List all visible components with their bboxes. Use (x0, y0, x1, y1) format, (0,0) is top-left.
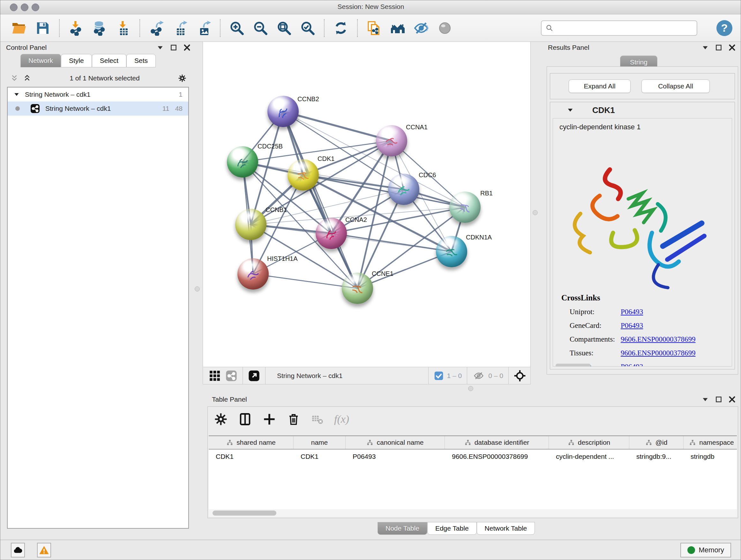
tab-network[interactable]: Network (20, 54, 61, 67)
network-node-cdk1[interactable] (287, 159, 319, 191)
show-columns-icon[interactable] (239, 413, 252, 426)
glass-ball-view-button[interactable] (435, 19, 454, 37)
tab-edge-table[interactable]: Edge Table (427, 522, 477, 535)
entry-collapse-icon[interactable] (567, 107, 574, 114)
control-panel-float-icon[interactable] (170, 44, 178, 52)
table-cell[interactable]: P06493 (346, 449, 445, 463)
crosslink-link[interactable]: P06493 (621, 363, 643, 367)
network-share-view-icon[interactable] (225, 370, 238, 382)
table-cell[interactable]: stringdb (684, 449, 737, 463)
import-table-button[interactable] (114, 19, 132, 37)
column-header-databaseidentifier[interactable]: database identifier (445, 436, 549, 449)
table-cell[interactable]: stringdb:9... (629, 449, 684, 463)
table-cell[interactable]: 9606.ENSP00000378699 (445, 449, 549, 463)
delete-column-trash-icon[interactable] (287, 413, 300, 426)
export-network-button[interactable] (147, 19, 165, 37)
tab-select[interactable]: Select (92, 54, 126, 67)
control-panel-title: Control Panel (6, 44, 47, 51)
network-node-cdc25b[interactable] (227, 146, 258, 178)
network-node-ccne1[interactable] (342, 273, 373, 304)
column-header-id[interactable]: @id (629, 436, 684, 449)
network-node-cdc6[interactable] (388, 174, 419, 205)
memory-button[interactable]: Memory (680, 543, 731, 557)
collapse-all-networks-icon[interactable] (10, 74, 18, 82)
results-panel-close-icon[interactable] (728, 44, 736, 52)
crosslink-link[interactable]: P06493 (621, 308, 643, 316)
network-options-gear-icon[interactable] (178, 74, 186, 82)
import-network-button[interactable] (67, 19, 85, 37)
network-collection-row[interactable]: String Network – cdk1 1 (8, 87, 188, 102)
network-node-cdkn1a[interactable] (436, 236, 467, 267)
table-settings-gear-icon[interactable] (214, 413, 227, 426)
column-header-namespace[interactable]: namespace (684, 436, 737, 449)
right-splitter-handle[interactable] (533, 210, 538, 215)
export-table-button[interactable] (171, 19, 189, 37)
crosslink-link[interactable]: 9606.ENSP00000378699 (621, 349, 696, 357)
warnings-button[interactable] (37, 543, 51, 557)
cytoscape-window: Session: New Session ? Control Panel Net… (0, 0, 741, 560)
column-header-sharedname[interactable]: shared name (209, 436, 293, 449)
zoom-in-button[interactable] (227, 19, 246, 37)
automation-cloud-button[interactable] (11, 543, 25, 557)
table-panel-close-icon[interactable] (728, 395, 736, 403)
tab-sets[interactable]: Sets (126, 54, 156, 67)
results-scrollbar-thumb[interactable] (556, 364, 591, 367)
table-cell[interactable]: cyclin-dependent ... (549, 449, 629, 463)
table-cell[interactable]: CDK1 (209, 449, 293, 463)
collection-expand-icon[interactable] (13, 91, 20, 98)
left-splitter-handle[interactable] (195, 287, 200, 292)
table-cell[interactable]: CDK1 (293, 449, 346, 463)
crosslink-link[interactable]: P06493 (621, 321, 643, 330)
refresh-layout-button[interactable] (332, 19, 350, 37)
network-node-rb1[interactable] (449, 192, 481, 223)
search-box[interactable] (541, 20, 697, 36)
expand-all-button[interactable]: Expand All (569, 79, 630, 93)
grid-view-icon[interactable] (209, 370, 221, 382)
fit-content-crosshair-icon[interactable] (514, 370, 526, 382)
selected-checkbox-icon[interactable] (434, 371, 444, 381)
collapse-all-button[interactable]: Collapse All (642, 79, 710, 93)
network-row-selected[interactable]: String Network – cdk1 11 48 (8, 102, 188, 116)
string-import-button[interactable] (365, 19, 383, 37)
result-entry-header[interactable]: CDK1 (550, 102, 735, 118)
network-node-hist1h1a[interactable] (238, 258, 269, 290)
network-node-ccnb2[interactable] (267, 96, 299, 127)
toolbar-separator (220, 19, 220, 37)
save-session-button[interactable] (33, 19, 52, 37)
crosslink-link[interactable]: 9606.ENSP00000378699 (621, 335, 696, 344)
hide-glass-labels-button[interactable] (412, 19, 430, 37)
control-panel-close-icon[interactable] (183, 44, 191, 52)
network-node-ccna2[interactable] (316, 218, 347, 249)
column-header-name[interactable]: name (293, 436, 346, 449)
search-input[interactable] (557, 22, 697, 35)
import-database-button[interactable] (90, 19, 109, 37)
network-view-canvas[interactable]: CCNB2 CCNA1 CDC25B CDK1 CDC6 RB1CCNB1 CC… (203, 42, 531, 367)
bottom-splitter-handle[interactable] (468, 386, 473, 391)
network-node-ccna1[interactable] (376, 125, 407, 157)
help-button[interactable]: ? (717, 20, 732, 36)
string-home-button[interactable] (388, 19, 407, 37)
column-header-description[interactable]: description (549, 436, 629, 449)
table-panel-menu-icon[interactable] (701, 395, 710, 403)
column-header-canonicalname[interactable]: canonical name (346, 436, 445, 449)
results-panel-menu-icon[interactable] (701, 44, 710, 52)
tab-style[interactable]: Style (61, 54, 92, 67)
open-in-browser-icon[interactable] (248, 370, 260, 382)
table-row[interactable]: CDK1CDK1P064939606.ENSP00000378699cyclin… (209, 449, 737, 463)
table-hscrollbar-thumb[interactable] (212, 510, 276, 516)
zoom-fit-button[interactable] (275, 19, 293, 37)
open-session-button[interactable] (10, 19, 28, 37)
table-panel-float-icon[interactable] (715, 395, 723, 403)
table-hscrollbar[interactable] (209, 509, 737, 517)
zoom-selected-button[interactable] (298, 19, 317, 37)
expand-all-networks-icon[interactable] (23, 74, 31, 82)
hidden-eye-icon[interactable] (472, 370, 485, 381)
add-column-icon[interactable] (263, 413, 276, 426)
tab-network-table[interactable]: Network Table (477, 522, 535, 535)
tab-node-table[interactable]: Node Table (378, 522, 427, 535)
network-node-ccnb1[interactable] (235, 209, 266, 240)
results-panel-float-icon[interactable] (715, 44, 723, 52)
zoom-out-button[interactable] (251, 19, 270, 37)
control-panel-menu-icon[interactable] (156, 44, 164, 52)
export-image-button[interactable] (194, 19, 213, 37)
